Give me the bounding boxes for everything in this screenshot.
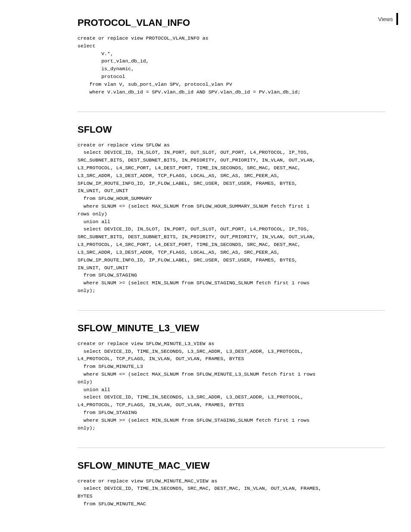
section-title-sflow-minute-mac-view: SFLOW_MINUTE_MAC_VIEW xyxy=(78,460,385,471)
header-bar xyxy=(396,13,398,25)
section-protocol-vlan-info: PROTOCOL_VLAN_INFO create or replace vie… xyxy=(78,17,385,96)
code-sflow-minute-mac-view: create or replace view SFLOW_MINUTE_MAC_… xyxy=(78,477,385,508)
section-sflow-minute-mac-view: SFLOW_MINUTE_MAC_VIEW create or replace … xyxy=(78,460,385,508)
code-protocol-vlan-info: create or replace view PROTOCOL_VLAN_INF… xyxy=(78,34,385,96)
top-right-header: Views xyxy=(378,13,398,25)
section-title-sflow-minute-l3-view: SFLOW_MINUTE_L3_VIEW xyxy=(78,323,385,334)
section-title-sflow: SFLOW xyxy=(78,124,385,135)
section-sflow: SFLOW create or replace view SFLOW as se… xyxy=(78,124,385,295)
divider-1 xyxy=(78,112,385,112)
divider-2 xyxy=(78,310,385,311)
code-sflow-minute-l3-view: create or replace view SFLOW_MINUTE_L3_V… xyxy=(78,340,385,432)
views-label: Views xyxy=(378,16,393,22)
page-container: Views PROTOCOL_VLAN_INFO create or repla… xyxy=(0,0,411,532)
section-title-protocol-vlan-info: PROTOCOL_VLAN_INFO xyxy=(78,17,385,28)
code-sflow: create or replace view SFLOW as select D… xyxy=(78,141,385,295)
section-sflow-minute-l3-view: SFLOW_MINUTE_L3_VIEW create or replace v… xyxy=(78,323,385,432)
divider-3 xyxy=(78,448,385,448)
